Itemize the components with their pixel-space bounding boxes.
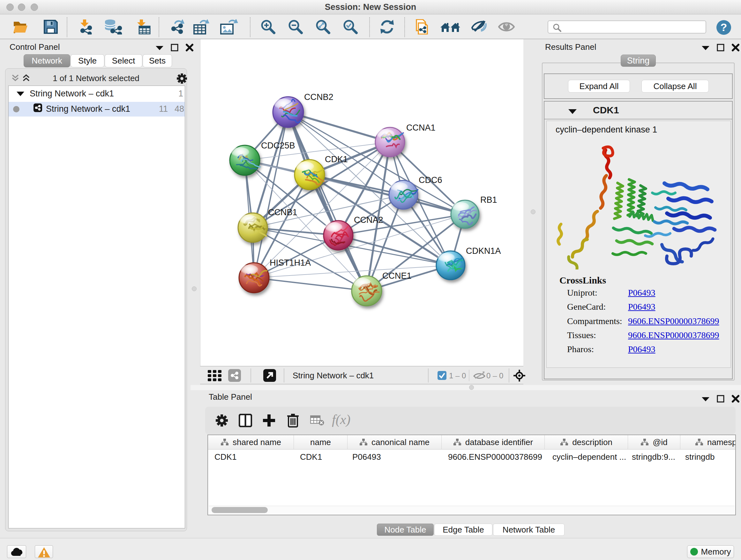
- svg-text:RB1: RB1: [480, 195, 497, 205]
- svg-text:CDKN1A: CDKN1A: [466, 246, 501, 256]
- svg-text:CDC6: CDC6: [419, 175, 442, 185]
- svg-text:CCNB2: CCNB2: [304, 92, 333, 102]
- svg-text:CCNB1: CCNB1: [268, 207, 297, 217]
- svg-text:CDC25B: CDC25B: [261, 141, 295, 150]
- svg-text:CCNE1: CCNE1: [382, 271, 412, 281]
- svg-text:?: ?: [721, 21, 727, 33]
- svg-text:HIST1H1A: HIST1H1A: [270, 258, 311, 267]
- svg-text:CCNA2: CCNA2: [354, 215, 383, 225]
- svg-text:CDK1: CDK1: [325, 154, 348, 164]
- svg-text:CCNA1: CCNA1: [406, 123, 435, 132]
